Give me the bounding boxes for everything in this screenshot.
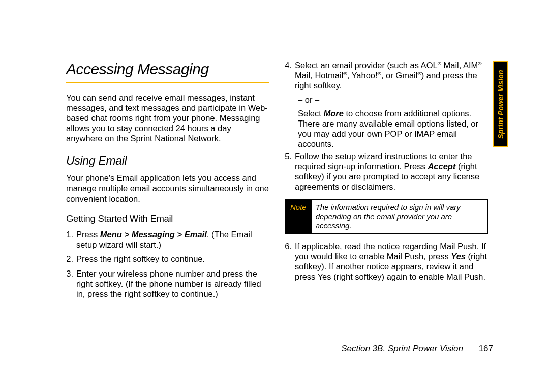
page-footer: Section 3B. Sprint Power Vision 167: [341, 344, 493, 354]
step-4-alt: Select More to choose from additional op…: [285, 108, 488, 149]
step-number: 2.: [66, 254, 76, 264]
footer-section-label: Section 3B. Sprint Power Vision: [341, 344, 463, 353]
page-number: 167: [479, 344, 493, 353]
intro-paragraph: You can send and receive email messages,…: [66, 93, 269, 144]
section-side-tab: Sprint Power Vision: [493, 61, 508, 147]
left-column: Accessing Messaging You can send and rec…: [66, 60, 269, 303]
step-4: 4. Select an email provider (such as AOL…: [285, 60, 488, 91]
step-6: 6. If applicable, read the notice regard…: [285, 241, 488, 282]
steps-list-right-3: 6. If applicable, read the notice regard…: [285, 241, 488, 282]
step-3: 3. Enter your wireless phone number and …: [66, 268, 269, 299]
step-text: Press Menu > Messaging > Email. (The Ema…: [76, 229, 269, 250]
content-area: Accessing Messaging You can send and rec…: [66, 60, 493, 303]
or-separator: – or –: [285, 95, 488, 105]
step-2: 2. Press the right softkey to continue.: [66, 254, 269, 264]
step-number: 4.: [285, 60, 295, 91]
step-text: Follow the setup wizard instructions to …: [295, 151, 488, 192]
step-text: If applicable, read the notice regarding…: [295, 241, 488, 282]
right-column: 4. Select an email provider (such as AOL…: [285, 60, 488, 303]
steps-list-right-2: 5. Follow the setup wizard instructions …: [285, 151, 488, 192]
step-text: Enter your wireless phone number and pre…: [76, 268, 269, 299]
note-text: The information required to sign in will…: [312, 200, 487, 233]
step-number: 5.: [285, 151, 295, 192]
heading-using-email: Using Email: [66, 154, 269, 168]
manual-page: Sprint Power Vision Accessing Messaging …: [0, 0, 549, 392]
step-number: 1.: [66, 229, 76, 250]
note-label: Note: [285, 200, 312, 233]
step-1: 1. Press Menu > Messaging > Email. (The …: [66, 229, 269, 250]
using-email-intro: Your phone's Email application lets you …: [66, 173, 269, 203]
step-number: 3.: [66, 268, 76, 299]
step-text: Select an email provider (such as AOL® M…: [295, 60, 488, 91]
heading-accessing-messaging: Accessing Messaging: [66, 60, 269, 83]
step-5: 5. Follow the setup wizard instructions …: [285, 151, 488, 192]
note-box: Note The information required to sign in…: [285, 199, 488, 234]
side-tab-label: Sprint Power Vision: [497, 70, 505, 139]
step-number: 6.: [285, 241, 295, 282]
step-text: Press the right softkey to continue.: [76, 254, 269, 264]
heading-getting-started: Getting Started With Email: [66, 213, 269, 225]
steps-list-right: 4. Select an email provider (such as AOL…: [285, 60, 488, 91]
steps-list-left: 1. Press Menu > Messaging > Email. (The …: [66, 229, 269, 299]
